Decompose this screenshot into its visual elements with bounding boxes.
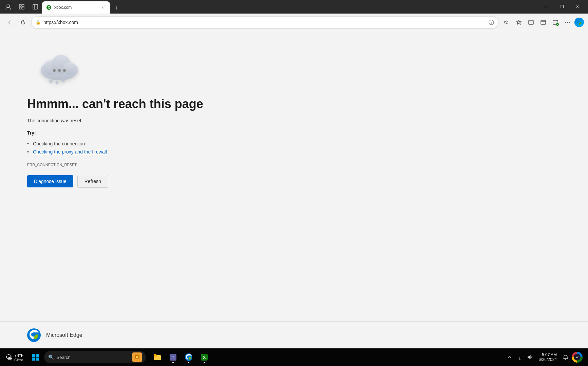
network-icon[interactable]: [516, 353, 524, 361]
taskbar-file-explorer[interactable]: [150, 350, 165, 365]
window-controls: — ❐ ✕: [538, 1, 585, 12]
svg-rect-32: [32, 358, 35, 361]
svg-point-45: [519, 359, 520, 360]
suggestion-1: Checking the connection: [27, 140, 107, 148]
svg-point-27: [56, 81, 59, 84]
title-bar: X xbox.com × + — ❐ ✕: [0, 0, 588, 14]
address-bar[interactable]: 🔒 i: [31, 16, 498, 28]
favorites-bar-button[interactable]: [538, 17, 549, 28]
action-buttons: Diagnose issue Refresh: [27, 175, 108, 188]
svg-rect-2: [22, 4, 24, 6]
start-button[interactable]: [28, 350, 43, 365]
cloud-illustration: [34, 52, 81, 87]
taskbar-teams[interactable]: T: [166, 350, 181, 365]
svg-rect-30: [32, 354, 35, 357]
clock[interactable]: 5:07 AM 6/26/2024: [536, 351, 559, 363]
page-content: Hmmm... can't reach this page The connec…: [0, 31, 588, 348]
svg-rect-3: [19, 7, 21, 9]
search-icon: 🔍: [48, 354, 54, 360]
refresh-button-page[interactable]: Refresh: [77, 175, 108, 188]
edge-promo-logo: [27, 328, 41, 342]
svg-point-18: [569, 22, 570, 23]
tab-bar: X xbox.com × +: [42, 0, 534, 14]
svg-point-24: [58, 69, 61, 72]
taskbar-xbox[interactable]: X: [197, 350, 212, 365]
address-input[interactable]: [43, 20, 486, 25]
taskbar-edge[interactable]: [181, 350, 196, 365]
info-icon[interactable]: i: [489, 20, 494, 25]
back-button[interactable]: [4, 17, 15, 28]
svg-text:T: T: [172, 355, 174, 360]
edge-promo-bar: Microsoft Edge: [0, 321, 588, 348]
svg-rect-35: [136, 356, 138, 358]
close-button[interactable]: ✕: [570, 1, 585, 12]
svg-rect-5: [33, 4, 38, 9]
weather-widget[interactable]: 🌤 74°F Clear: [3, 351, 26, 363]
system-tray: 5:07 AM 6/26/2024 W: [503, 351, 585, 363]
workspaces-icon[interactable]: [16, 1, 27, 12]
tab-favicon: X: [46, 5, 52, 10]
show-hidden-icons[interactable]: [506, 353, 514, 361]
favorites-button[interactable]: [513, 17, 524, 28]
svg-point-22: [63, 62, 76, 75]
svg-rect-38: [154, 354, 156, 355]
browser-window: X xbox.com × + — ❐ ✕ 🔒 i: [0, 0, 588, 366]
split-screen-button[interactable]: [526, 17, 536, 28]
edge-icon[interactable]: [574, 18, 584, 27]
maximize-button[interactable]: ❐: [554, 1, 570, 12]
suggestion-2: Checking the proxy and the firewall: [27, 148, 107, 156]
svg-point-28: [61, 79, 65, 82]
weather-temp: 74°F: [14, 353, 24, 358]
svg-point-0: [7, 5, 10, 7]
lock-icon: 🔒: [36, 20, 41, 25]
notification-icon[interactable]: [562, 353, 570, 361]
navigation-bar: 🔒 i ✓: [0, 14, 588, 31]
weather-icon: 🌤: [5, 353, 12, 361]
cortana-icon: [132, 352, 142, 362]
error-code: ERR_CONNECTION_RESET: [27, 163, 77, 167]
suggestions-list: Checking the connection Checking the pro…: [27, 140, 107, 156]
error-subtitle: The connection was reset.: [27, 118, 82, 123]
proxy-firewall-link[interactable]: Checking the proxy and the firewall: [33, 149, 107, 155]
svg-rect-1: [19, 4, 21, 6]
taskbar-apps: T X: [150, 350, 212, 365]
search-placeholder: Search: [57, 355, 71, 360]
diagnose-button[interactable]: Diagnose issue: [27, 175, 73, 187]
svg-rect-31: [36, 354, 39, 357]
svg-rect-33: [36, 358, 39, 361]
svg-rect-13: [541, 20, 546, 24]
refresh-button[interactable]: [18, 17, 29, 28]
clock-date: 6/26/2024: [539, 357, 557, 362]
windows-icon[interactable]: W: [572, 352, 583, 363]
taskbar: 🌤 74°F Clear 🔍 Search: [0, 348, 588, 366]
svg-point-17: [567, 22, 568, 23]
svg-point-25: [63, 69, 66, 72]
edge-promo-text: Microsoft Edge: [46, 332, 82, 338]
try-label: Try:: [27, 130, 36, 136]
collections-button[interactable]: ✓: [550, 17, 561, 28]
tab-title: xbox.com: [54, 5, 97, 10]
weather-condition: Clear: [14, 358, 24, 362]
read-aloud-button[interactable]: [501, 17, 512, 28]
svg-point-16: [565, 22, 566, 23]
nav-actions: ✓: [501, 17, 584, 28]
svg-text:X: X: [48, 6, 50, 9]
svg-rect-4: [22, 7, 24, 9]
error-title: Hmmm... can't reach this page: [27, 97, 203, 111]
minimize-button[interactable]: —: [538, 1, 554, 12]
more-button[interactable]: [562, 17, 573, 28]
search-bar[interactable]: 🔍 Search: [44, 351, 146, 363]
clock-time: 5:07 AM: [539, 352, 557, 357]
svg-point-23: [53, 69, 56, 72]
svg-text:X: X: [203, 355, 206, 360]
svg-point-26: [49, 80, 53, 83]
new-tab-button[interactable]: +: [111, 3, 122, 14]
tab-close-button[interactable]: ×: [100, 4, 106, 11]
error-page: Hmmm... can't reach this page The connec…: [0, 31, 588, 321]
vertical-tabs-icon[interactable]: [30, 1, 41, 12]
svg-text:i: i: [491, 21, 492, 24]
title-bar-icons: [3, 1, 41, 12]
volume-icon[interactable]: [526, 353, 534, 361]
profile-icon[interactable]: [3, 1, 14, 12]
active-tab[interactable]: X xbox.com ×: [42, 1, 110, 14]
